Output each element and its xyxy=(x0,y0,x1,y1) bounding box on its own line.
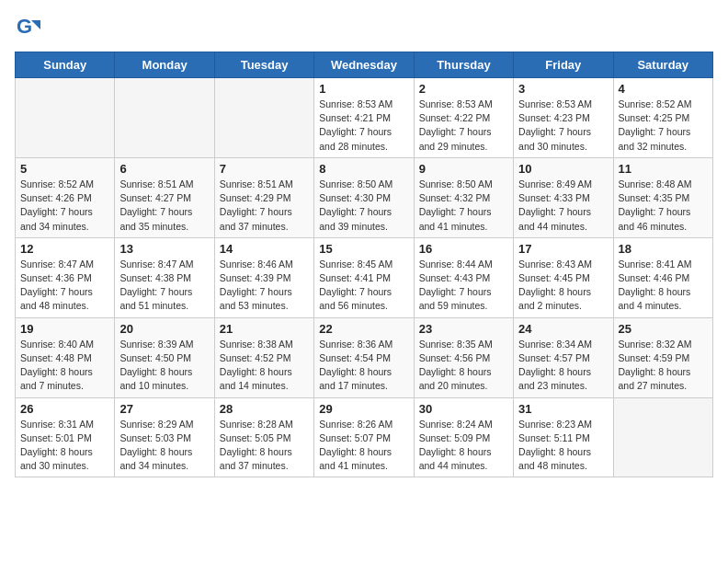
calendar-cell: 24Sunrise: 8:34 AMSunset: 4:57 PMDayligh… xyxy=(514,317,613,397)
day-info: Sunrise: 8:29 AMSunset: 5:03 PMDaylight:… xyxy=(119,418,209,474)
calendar-cell: 23Sunrise: 8:35 AMSunset: 4:56 PMDayligh… xyxy=(414,317,513,397)
day-number: 8 xyxy=(319,162,408,176)
day-number: 13 xyxy=(119,242,209,256)
calendar-cell: 5Sunrise: 8:52 AMSunset: 4:26 PMDaylight… xyxy=(16,157,115,237)
calendar-cell: 18Sunrise: 8:41 AMSunset: 4:46 PMDayligh… xyxy=(613,237,712,317)
calendar-cell: 2Sunrise: 8:53 AMSunset: 4:22 PMDaylight… xyxy=(414,78,513,158)
calendar-cell: 27Sunrise: 8:29 AMSunset: 5:03 PMDayligh… xyxy=(115,397,214,477)
calendar-cell: 31Sunrise: 8:23 AMSunset: 5:11 PMDayligh… xyxy=(514,397,613,477)
calendar-week-4: 19Sunrise: 8:40 AMSunset: 4:48 PMDayligh… xyxy=(16,317,713,397)
calendar-cell: 13Sunrise: 8:47 AMSunset: 4:38 PMDayligh… xyxy=(115,237,214,317)
calendar-cell: 29Sunrise: 8:26 AMSunset: 5:07 PMDayligh… xyxy=(314,397,414,477)
calendar-cell: 19Sunrise: 8:40 AMSunset: 4:48 PMDayligh… xyxy=(16,317,115,397)
calendar-cell xyxy=(613,397,712,477)
day-number: 26 xyxy=(20,402,109,416)
calendar-cell: 17Sunrise: 8:43 AMSunset: 4:45 PMDayligh… xyxy=(514,237,613,317)
logo-icon: G xyxy=(15,15,40,40)
day-number: 28 xyxy=(220,402,309,416)
day-info: Sunrise: 8:49 AMSunset: 4:33 PMDaylight:… xyxy=(518,178,608,234)
day-number: 19 xyxy=(20,322,109,336)
day-number: 14 xyxy=(220,242,309,256)
calendar-week-3: 12Sunrise: 8:47 AMSunset: 4:36 PMDayligh… xyxy=(16,237,713,317)
day-info: Sunrise: 8:47 AMSunset: 4:38 PMDaylight:… xyxy=(119,258,209,314)
day-info: Sunrise: 8:34 AMSunset: 4:57 PMDaylight:… xyxy=(518,338,608,394)
calendar-cell: 16Sunrise: 8:44 AMSunset: 4:43 PMDayligh… xyxy=(414,237,513,317)
calendar-table: SundayMondayTuesdayWednesdayThursdayFrid… xyxy=(15,52,713,477)
calendar-cell: 22Sunrise: 8:36 AMSunset: 4:54 PMDayligh… xyxy=(314,317,414,397)
calendar-cell: 26Sunrise: 8:31 AMSunset: 5:01 PMDayligh… xyxy=(16,397,115,477)
day-number: 22 xyxy=(319,322,408,336)
day-info: Sunrise: 8:23 AMSunset: 5:11 PMDaylight:… xyxy=(518,418,608,474)
day-info: Sunrise: 8:53 AMSunset: 4:23 PMDaylight:… xyxy=(518,98,608,154)
calendar-cell: 21Sunrise: 8:38 AMSunset: 4:52 PMDayligh… xyxy=(214,317,313,397)
day-info: Sunrise: 8:50 AMSunset: 4:30 PMDaylight:… xyxy=(319,178,408,234)
calendar-cell: 14Sunrise: 8:46 AMSunset: 4:39 PMDayligh… xyxy=(214,237,313,317)
day-number: 9 xyxy=(419,162,508,176)
day-info: Sunrise: 8:36 AMSunset: 4:54 PMDaylight:… xyxy=(319,338,408,394)
day-number: 7 xyxy=(220,162,309,176)
day-number: 5 xyxy=(20,162,109,176)
logo: G xyxy=(15,15,44,40)
day-number: 10 xyxy=(518,162,608,176)
calendar-cell: 15Sunrise: 8:45 AMSunset: 4:41 PMDayligh… xyxy=(314,237,414,317)
day-number: 31 xyxy=(518,402,608,416)
calendar-cell xyxy=(16,78,115,158)
svg-text:G: G xyxy=(17,15,32,38)
day-number: 25 xyxy=(619,322,708,336)
day-number: 23 xyxy=(419,322,508,336)
weekday-header-friday: Friday xyxy=(514,52,613,78)
calendar-cell: 30Sunrise: 8:24 AMSunset: 5:09 PMDayligh… xyxy=(414,397,513,477)
calendar-week-5: 26Sunrise: 8:31 AMSunset: 5:01 PMDayligh… xyxy=(16,397,713,477)
day-info: Sunrise: 8:41 AMSunset: 4:46 PMDaylight:… xyxy=(619,258,708,314)
weekday-header-sunday: Sunday xyxy=(16,52,115,78)
calendar-week-1: 1Sunrise: 8:53 AMSunset: 4:21 PMDaylight… xyxy=(16,78,713,158)
day-info: Sunrise: 8:31 AMSunset: 5:01 PMDaylight:… xyxy=(20,418,109,474)
day-number: 20 xyxy=(119,322,209,336)
calendar-cell: 11Sunrise: 8:48 AMSunset: 4:35 PMDayligh… xyxy=(613,157,712,237)
calendar-cell: 28Sunrise: 8:28 AMSunset: 5:05 PMDayligh… xyxy=(214,397,313,477)
calendar-cell: 12Sunrise: 8:47 AMSunset: 4:36 PMDayligh… xyxy=(16,237,115,317)
day-number: 15 xyxy=(319,242,408,256)
calendar-header-row: SundayMondayTuesdayWednesdayThursdayFrid… xyxy=(16,52,713,78)
calendar-cell: 6Sunrise: 8:51 AMSunset: 4:27 PMDaylight… xyxy=(115,157,214,237)
day-number: 17 xyxy=(518,242,608,256)
day-info: Sunrise: 8:43 AMSunset: 4:45 PMDaylight:… xyxy=(518,258,608,314)
day-info: Sunrise: 8:53 AMSunset: 4:22 PMDaylight:… xyxy=(419,98,508,154)
weekday-header-monday: Monday xyxy=(115,52,214,78)
day-info: Sunrise: 8:45 AMSunset: 4:41 PMDaylight:… xyxy=(319,258,408,314)
day-info: Sunrise: 8:46 AMSunset: 4:39 PMDaylight:… xyxy=(220,258,309,314)
weekday-header-thursday: Thursday xyxy=(414,52,513,78)
calendar-cell: 10Sunrise: 8:49 AMSunset: 4:33 PMDayligh… xyxy=(514,157,613,237)
calendar-cell: 8Sunrise: 8:50 AMSunset: 4:30 PMDaylight… xyxy=(314,157,414,237)
day-number: 4 xyxy=(619,82,708,96)
day-info: Sunrise: 8:35 AMSunset: 4:56 PMDaylight:… xyxy=(419,338,508,394)
calendar-cell: 4Sunrise: 8:52 AMSunset: 4:25 PMDaylight… xyxy=(613,78,712,158)
day-info: Sunrise: 8:26 AMSunset: 5:07 PMDaylight:… xyxy=(319,418,408,474)
day-info: Sunrise: 8:47 AMSunset: 4:36 PMDaylight:… xyxy=(20,258,109,314)
svg-marker-1 xyxy=(31,20,40,29)
day-info: Sunrise: 8:51 AMSunset: 4:27 PMDaylight:… xyxy=(119,178,209,234)
page-header: G xyxy=(15,15,713,40)
day-info: Sunrise: 8:24 AMSunset: 5:09 PMDaylight:… xyxy=(419,418,508,474)
day-info: Sunrise: 8:28 AMSunset: 5:05 PMDaylight:… xyxy=(220,418,309,474)
day-number: 11 xyxy=(619,162,708,176)
day-info: Sunrise: 8:53 AMSunset: 4:21 PMDaylight:… xyxy=(319,98,408,154)
day-info: Sunrise: 8:44 AMSunset: 4:43 PMDaylight:… xyxy=(419,258,508,314)
day-number: 16 xyxy=(419,242,508,256)
day-info: Sunrise: 8:52 AMSunset: 4:25 PMDaylight:… xyxy=(619,98,708,154)
day-info: Sunrise: 8:48 AMSunset: 4:35 PMDaylight:… xyxy=(619,178,708,234)
day-number: 1 xyxy=(319,82,408,96)
day-info: Sunrise: 8:50 AMSunset: 4:32 PMDaylight:… xyxy=(419,178,508,234)
calendar-cell xyxy=(115,78,214,158)
day-info: Sunrise: 8:32 AMSunset: 4:59 PMDaylight:… xyxy=(619,338,708,394)
day-info: Sunrise: 8:40 AMSunset: 4:48 PMDaylight:… xyxy=(20,338,109,394)
calendar-cell: 3Sunrise: 8:53 AMSunset: 4:23 PMDaylight… xyxy=(514,78,613,158)
day-info: Sunrise: 8:52 AMSunset: 4:26 PMDaylight:… xyxy=(20,178,109,234)
calendar-cell: 25Sunrise: 8:32 AMSunset: 4:59 PMDayligh… xyxy=(613,317,712,397)
calendar-cell: 7Sunrise: 8:51 AMSunset: 4:29 PMDaylight… xyxy=(214,157,313,237)
day-info: Sunrise: 8:39 AMSunset: 4:50 PMDaylight:… xyxy=(119,338,209,394)
weekday-header-saturday: Saturday xyxy=(613,52,712,78)
day-info: Sunrise: 8:38 AMSunset: 4:52 PMDaylight:… xyxy=(220,338,309,394)
day-number: 2 xyxy=(419,82,508,96)
day-number: 3 xyxy=(518,82,608,96)
